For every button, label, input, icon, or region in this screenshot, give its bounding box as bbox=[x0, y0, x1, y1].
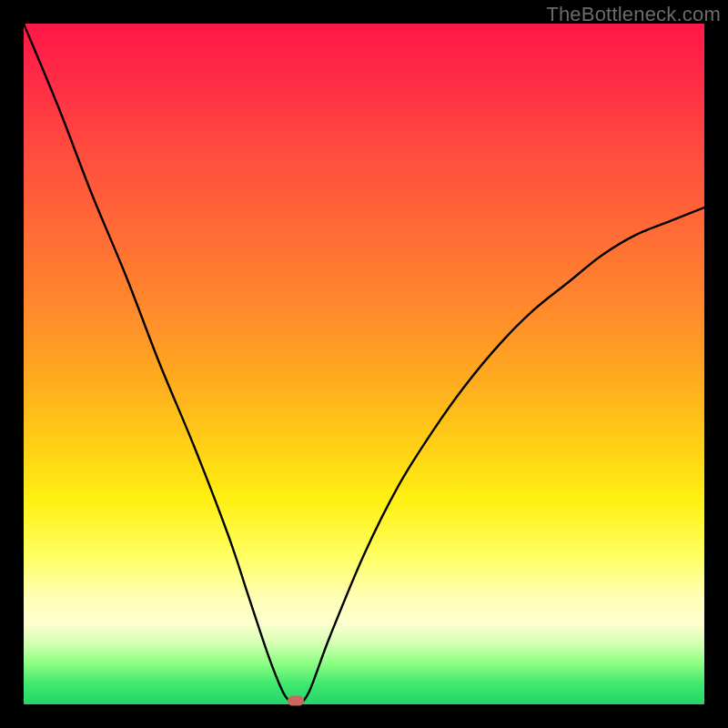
optimal-point-marker bbox=[288, 696, 304, 706]
chart-frame: TheBottleneck.com bbox=[0, 0, 728, 728]
watermark-text: TheBottleneck.com bbox=[546, 3, 721, 26]
bottleneck-curve bbox=[24, 24, 704, 704]
plot-area bbox=[24, 24, 704, 704]
